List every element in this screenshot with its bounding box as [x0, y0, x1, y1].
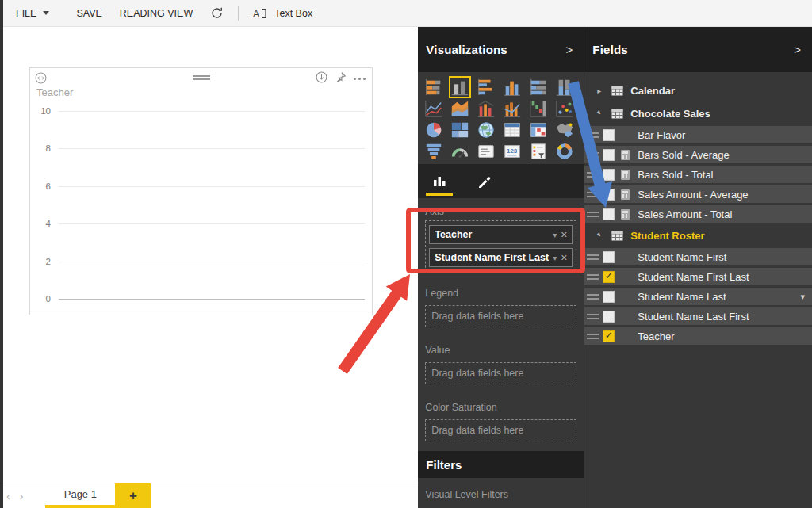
field-row[interactable]: Teacher ▾	[584, 327, 812, 345]
multi-row-card-icon[interactable]: 123	[502, 141, 523, 162]
field-checkbox[interactable]	[603, 149, 615, 161]
treemap-icon[interactable]	[450, 120, 470, 140]
field-row[interactable]: Student Name Last First ▾	[584, 307, 812, 325]
gridline	[59, 262, 365, 262]
drag-handle-icon[interactable]	[587, 314, 599, 319]
column-chart-icon[interactable]	[502, 77, 523, 97]
gridline	[59, 223, 365, 224]
field-name: Sales Amount - Total	[638, 208, 812, 220]
field-row[interactable]: Bar Flavor ▾	[584, 126, 812, 143]
field-table-header[interactable]: ▸ Student Roster	[584, 225, 812, 246]
area-chart-icon[interactable]	[450, 98, 470, 119]
measure-calculator-icon	[621, 189, 630, 200]
color-saturation-drop-zone[interactable]: Drag data fields here	[425, 419, 576, 441]
tab-fields[interactable]	[426, 164, 453, 198]
chart-title: Teacher	[36, 86, 73, 98]
page-tab[interactable]: Page 1	[45, 483, 115, 508]
add-page-button[interactable]: +	[115, 483, 151, 508]
text-box-button[interactable]: A Text Box	[253, 7, 312, 20]
filled-map-icon[interactable]	[554, 120, 575, 140]
field-row[interactable]: Bars Sold - Total ▾	[584, 166, 812, 183]
focus-mode-icon[interactable]	[316, 71, 327, 86]
field-checkbox[interactable]	[603, 330, 615, 342]
expand-arrow-icon[interactable]: ▸	[596, 108, 607, 120]
drag-handle-icon[interactable]	[587, 172, 599, 178]
drag-handle-icon[interactable]	[587, 334, 599, 339]
gauge-icon[interactable]	[450, 141, 470, 162]
drag-handle-icon[interactable]	[587, 274, 599, 280]
column-chart-visual[interactable]: Teacher 1086420	[29, 67, 373, 315]
field-checkbox[interactable]	[603, 189, 615, 201]
pie-chart-icon[interactable]	[423, 120, 444, 140]
chart-plot: 1086420	[35, 111, 365, 299]
gridline	[59, 186, 365, 187]
card-icon[interactable]	[476, 141, 496, 162]
prev-page-icon[interactable]: ‹	[6, 490, 10, 502]
donut-chart-icon[interactable]	[554, 141, 575, 162]
field-options-icon[interactable]: ▾	[800, 292, 805, 302]
field-row[interactable]: Student Name Last ▾	[584, 288, 812, 305]
axis-well[interactable]: Teacher ▾ × Student Name First Last ▾ ×	[425, 220, 576, 272]
100-stacked-column-chart-icon[interactable]	[554, 77, 575, 97]
next-page-icon[interactable]: ›	[20, 490, 24, 502]
field-checkbox[interactable]	[603, 271, 615, 283]
collapse-panel-icon[interactable]: >	[566, 43, 573, 56]
remove-field-icon[interactable]: ×	[561, 229, 567, 240]
field-row[interactable]: Sales Amount - Average ▾	[584, 185, 812, 203]
field-checkbox[interactable]	[603, 311, 615, 323]
field-checkbox[interactable]	[603, 251, 615, 263]
axis-field-pill[interactable]: Teacher ▾ ×	[429, 225, 573, 244]
field-table-header[interactable]: ▸ Calendar	[584, 80, 812, 101]
drag-handle-icon[interactable]	[587, 192, 599, 197]
drag-handle-icon[interactable]	[587, 212, 599, 217]
legend-well-label: Legend	[425, 288, 576, 299]
chevron-down-icon[interactable]: ▾	[553, 231, 557, 239]
collapse-panel-icon[interactable]: >	[794, 43, 801, 56]
field-checkbox[interactable]	[603, 129, 615, 141]
more-options-icon[interactable]	[354, 78, 366, 80]
chevron-down-icon[interactable]: ▾	[553, 254, 557, 262]
clustered-column-chart-icon[interactable]	[450, 77, 470, 97]
map-icon[interactable]	[476, 120, 496, 140]
field-name: Bar Flavor	[638, 129, 812, 141]
refresh-button[interactable]	[210, 6, 224, 20]
legend-drop-zone[interactable]: Drag data fields here	[425, 305, 576, 327]
table-icon[interactable]	[502, 120, 523, 140]
drill-icon[interactable]	[35, 72, 47, 87]
expand-arrow-icon[interactable]: ▸	[596, 230, 607, 242]
waterfall-chart-icon[interactable]	[528, 98, 549, 119]
line-stacked-column-chart-icon[interactable]	[502, 98, 523, 119]
line-clustered-column-chart-icon[interactable]	[476, 98, 496, 119]
field-checkbox[interactable]	[603, 208, 615, 220]
field-table-header[interactable]: ▸ Chocolate Sales	[584, 103, 812, 124]
stacked-bar-chart-icon[interactable]	[423, 77, 444, 97]
field-row[interactable]: Student Name First ▾	[584, 248, 812, 265]
line-chart-icon[interactable]	[423, 98, 444, 119]
funnel-icon[interactable]	[423, 141, 444, 162]
drag-handle-icon[interactable]	[587, 152, 599, 158]
remove-field-icon[interactable]: ×	[561, 252, 567, 263]
drag-handle-icon[interactable]	[587, 254, 599, 260]
reading-view-button[interactable]: READING VIEW	[120, 8, 193, 19]
expand-arrow-icon[interactable]: ▸	[597, 86, 608, 95]
drag-handle-icon[interactable]	[587, 294, 599, 300]
clustered-bar-chart-icon[interactable]	[476, 77, 496, 97]
100-stacked-bar-chart-icon[interactable]	[528, 77, 549, 97]
tab-format[interactable]	[470, 164, 497, 198]
report-canvas[interactable]: Teacher 1086420 ‹ › Page 1 +	[0, 27, 418, 508]
slicer-icon[interactable]	[528, 141, 549, 162]
pin-icon[interactable]	[335, 71, 347, 86]
visual-drag-handle[interactable]	[193, 75, 210, 80]
scatter-chart-icon[interactable]	[554, 98, 575, 119]
field-row[interactable]: Sales Amount - Total ▾	[584, 205, 812, 223]
axis-field-pill[interactable]: Student Name First Last ▾ ×	[429, 248, 573, 267]
field-row[interactable]: Bars Sold - Average ▾	[584, 146, 812, 163]
field-checkbox[interactable]	[603, 169, 615, 181]
field-row[interactable]: Student Name First Last ▾	[584, 268, 812, 285]
field-checkbox[interactable]	[603, 291, 615, 303]
save-button[interactable]: SAVE	[76, 8, 102, 19]
file-menu-button[interactable]: FILE	[16, 8, 49, 19]
drag-handle-icon[interactable]	[587, 132, 599, 138]
value-drop-zone[interactable]: Drag data fields here	[425, 362, 576, 384]
matrix-icon[interactable]	[528, 120, 549, 140]
